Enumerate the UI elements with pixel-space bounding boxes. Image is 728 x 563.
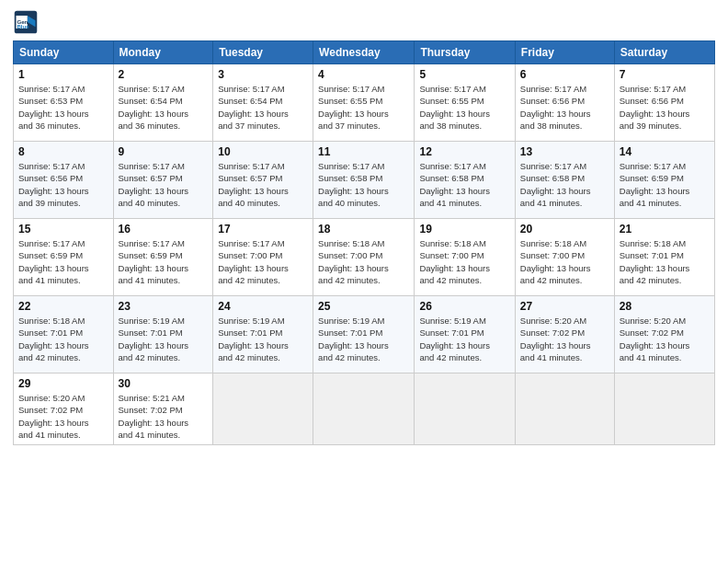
day-number: 1: [18, 68, 108, 81]
calendar-cell: 23Sunrise: 5:19 AM Sunset: 7:01 PM Dayli…: [113, 296, 213, 373]
day-info: Sunrise: 5:17 AM Sunset: 6:57 PM Dayligh…: [119, 160, 209, 209]
calendar-cell: 7Sunrise: 5:17 AM Sunset: 6:56 PM Daylig…: [614, 64, 714, 142]
day-number: 30: [119, 377, 209, 390]
day-info: Sunrise: 5:17 AM Sunset: 6:56 PM Dayligh…: [520, 83, 609, 132]
day-number: 8: [18, 145, 108, 158]
day-number: 21: [620, 223, 710, 236]
calendar-cell: 1Sunrise: 5:17 AM Sunset: 6:53 PM Daylig…: [14, 64, 114, 142]
calendar-cell: 18Sunrise: 5:18 AM Sunset: 7:00 PM Dayli…: [313, 219, 415, 296]
calendar-cell: 6Sunrise: 5:17 AM Sunset: 6:56 PM Daylig…: [515, 64, 614, 142]
day-number: 7: [620, 68, 710, 81]
day-number: 6: [520, 68, 609, 81]
day-number: 10: [218, 145, 308, 158]
logo: Gen Blue: [13, 9, 42, 35]
day-info: Sunrise: 5:17 AM Sunset: 6:59 PM Dayligh…: [18, 237, 108, 286]
day-info: Sunrise: 5:17 AM Sunset: 6:54 PM Dayligh…: [119, 83, 209, 132]
day-info: Sunrise: 5:17 AM Sunset: 6:58 PM Dayligh…: [318, 160, 409, 209]
calendar-cell: 15Sunrise: 5:17 AM Sunset: 6:59 PM Dayli…: [14, 219, 114, 296]
day-info: Sunrise: 5:19 AM Sunset: 7:01 PM Dayligh…: [318, 315, 409, 363]
weekday-header: Friday: [515, 41, 614, 64]
page: Gen Blue SundayMondayTuesdayWednesdayThu…: [0, 0, 728, 563]
calendar-cell: 20Sunrise: 5:18 AM Sunset: 7:00 PM Dayli…: [515, 219, 614, 296]
weekday-row: SundayMondayTuesdayWednesdayThursdayFrid…: [14, 41, 715, 64]
calendar-cell: 26Sunrise: 5:19 AM Sunset: 7:01 PM Dayli…: [415, 296, 515, 373]
day-info: Sunrise: 5:18 AM Sunset: 7:01 PM Dayligh…: [620, 237, 710, 286]
calendar-cell: 27Sunrise: 5:20 AM Sunset: 7:02 PM Dayli…: [515, 296, 614, 373]
weekday-header: Tuesday: [213, 41, 313, 64]
day-info: Sunrise: 5:21 AM Sunset: 7:02 PM Dayligh…: [119, 392, 209, 441]
day-number: 13: [520, 145, 609, 158]
day-info: Sunrise: 5:17 AM Sunset: 6:55 PM Dayligh…: [318, 83, 409, 132]
day-number: 20: [520, 223, 609, 236]
day-info: Sunrise: 5:20 AM Sunset: 7:02 PM Dayligh…: [620, 315, 710, 363]
calendar-cell: 28Sunrise: 5:20 AM Sunset: 7:02 PM Dayli…: [614, 296, 714, 373]
calendar-cell: 8Sunrise: 5:17 AM Sunset: 6:56 PM Daylig…: [14, 142, 114, 219]
day-number: 18: [318, 223, 409, 236]
day-info: Sunrise: 5:17 AM Sunset: 6:56 PM Dayligh…: [18, 160, 108, 209]
weekday-header: Sunday: [14, 41, 114, 64]
day-number: 17: [218, 223, 308, 236]
calendar-cell: 3Sunrise: 5:17 AM Sunset: 6:54 PM Daylig…: [213, 64, 313, 142]
day-number: 15: [18, 223, 108, 236]
calendar-cell: 30Sunrise: 5:21 AM Sunset: 7:02 PM Dayli…: [113, 373, 213, 445]
day-info: Sunrise: 5:17 AM Sunset: 7:00 PM Dayligh…: [218, 237, 308, 286]
day-info: Sunrise: 5:19 AM Sunset: 7:01 PM Dayligh…: [218, 315, 308, 363]
day-info: Sunrise: 5:17 AM Sunset: 6:58 PM Dayligh…: [520, 160, 609, 209]
svg-text:Blue: Blue: [17, 23, 29, 29]
day-info: Sunrise: 5:17 AM Sunset: 6:54 PM Dayligh…: [218, 83, 308, 132]
logo-icon: Gen Blue: [13, 9, 39, 35]
calendar-cell: 25Sunrise: 5:19 AM Sunset: 7:01 PM Dayli…: [313, 296, 415, 373]
calendar-cell: 10Sunrise: 5:17 AM Sunset: 6:57 PM Dayli…: [213, 142, 313, 219]
day-info: Sunrise: 5:19 AM Sunset: 7:01 PM Dayligh…: [419, 315, 509, 363]
calendar-cell: 2Sunrise: 5:17 AM Sunset: 6:54 PM Daylig…: [113, 64, 213, 142]
day-info: Sunrise: 5:17 AM Sunset: 6:59 PM Dayligh…: [620, 160, 710, 209]
day-number: 25: [318, 300, 409, 313]
day-info: Sunrise: 5:18 AM Sunset: 7:00 PM Dayligh…: [520, 237, 609, 286]
day-number: 16: [119, 223, 209, 236]
weekday-header: Wednesday: [313, 41, 415, 64]
calendar-week-row: 1Sunrise: 5:17 AM Sunset: 6:53 PM Daylig…: [14, 64, 715, 142]
calendar-cell: 21Sunrise: 5:18 AM Sunset: 7:01 PM Dayli…: [614, 219, 714, 296]
day-info: Sunrise: 5:17 AM Sunset: 6:55 PM Dayligh…: [419, 83, 509, 132]
calendar-week-row: 15Sunrise: 5:17 AM Sunset: 6:59 PM Dayli…: [14, 219, 715, 296]
day-number: 22: [18, 300, 108, 313]
calendar-week-row: 29Sunrise: 5:20 AM Sunset: 7:02 PM Dayli…: [14, 373, 715, 445]
day-number: 2: [119, 68, 209, 81]
day-number: 26: [419, 300, 509, 313]
calendar-cell: 12Sunrise: 5:17 AM Sunset: 6:58 PM Dayli…: [415, 142, 515, 219]
day-number: 9: [119, 145, 209, 158]
day-number: 3: [218, 68, 308, 81]
calendar-week-row: 22Sunrise: 5:18 AM Sunset: 7:01 PM Dayli…: [14, 296, 715, 373]
calendar-table: SundayMondayTuesdayWednesdayThursdayFrid…: [13, 40, 715, 445]
calendar-cell: 17Sunrise: 5:17 AM Sunset: 7:00 PM Dayli…: [213, 219, 313, 296]
calendar-cell: 22Sunrise: 5:18 AM Sunset: 7:01 PM Dayli…: [14, 296, 114, 373]
day-number: 19: [419, 223, 509, 236]
weekday-header: Monday: [113, 41, 213, 64]
calendar-cell: [213, 373, 313, 445]
calendar-cell: 16Sunrise: 5:17 AM Sunset: 6:59 PM Dayli…: [113, 219, 213, 296]
calendar-body: 1Sunrise: 5:17 AM Sunset: 6:53 PM Daylig…: [14, 64, 715, 445]
day-info: Sunrise: 5:19 AM Sunset: 7:01 PM Dayligh…: [119, 315, 209, 363]
day-number: 24: [218, 300, 308, 313]
header: Gen Blue: [13, 9, 715, 35]
day-number: 28: [620, 300, 710, 313]
day-info: Sunrise: 5:17 AM Sunset: 6:59 PM Dayligh…: [119, 237, 209, 286]
weekday-header: Thursday: [415, 41, 515, 64]
day-info: Sunrise: 5:18 AM Sunset: 7:00 PM Dayligh…: [419, 237, 509, 286]
day-info: Sunrise: 5:17 AM Sunset: 6:53 PM Dayligh…: [18, 83, 108, 132]
calendar-cell: [515, 373, 614, 445]
day-number: 12: [419, 145, 509, 158]
day-number: 11: [318, 145, 409, 158]
calendar-cell: 11Sunrise: 5:17 AM Sunset: 6:58 PM Dayli…: [313, 142, 415, 219]
day-info: Sunrise: 5:20 AM Sunset: 7:02 PM Dayligh…: [18, 392, 108, 441]
day-number: 23: [119, 300, 209, 313]
calendar-header: SundayMondayTuesdayWednesdayThursdayFrid…: [14, 41, 715, 64]
day-info: Sunrise: 5:17 AM Sunset: 6:56 PM Dayligh…: [620, 83, 710, 132]
calendar-cell: [415, 373, 515, 445]
calendar-cell: 9Sunrise: 5:17 AM Sunset: 6:57 PM Daylig…: [113, 142, 213, 219]
day-info: Sunrise: 5:18 AM Sunset: 7:01 PM Dayligh…: [18, 315, 108, 363]
calendar-cell: [313, 373, 415, 445]
calendar-cell: 14Sunrise: 5:17 AM Sunset: 6:59 PM Dayli…: [614, 142, 714, 219]
day-info: Sunrise: 5:18 AM Sunset: 7:00 PM Dayligh…: [318, 237, 409, 286]
calendar-cell: 4Sunrise: 5:17 AM Sunset: 6:55 PM Daylig…: [313, 64, 415, 142]
